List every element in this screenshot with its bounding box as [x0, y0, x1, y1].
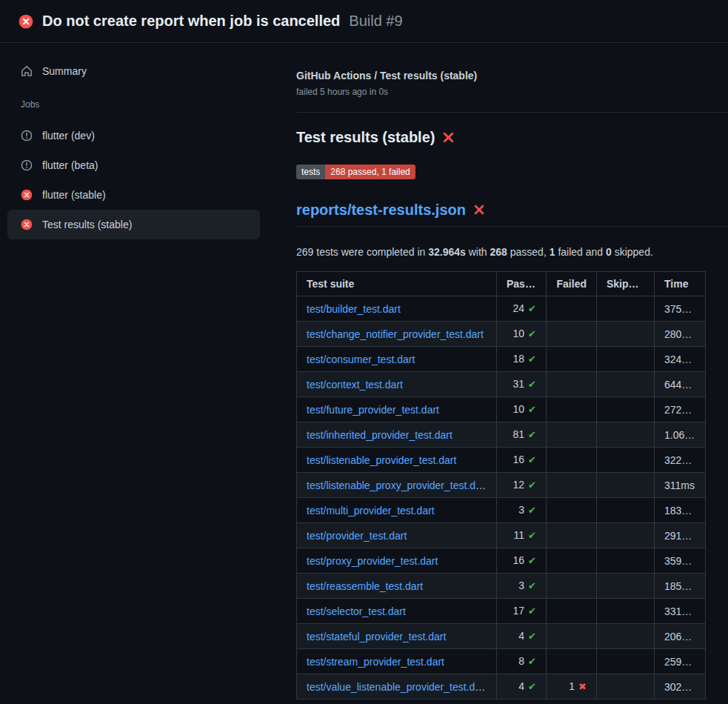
sidebar-item-flutter-dev[interactable]: flutter (dev): [7, 121, 260, 150]
passed-cell: 81✔: [497, 422, 547, 448]
sidebar-item-summary[interactable]: Summary: [7, 56, 260, 86]
job-label: flutter (dev): [42, 130, 95, 142]
table-row: test/change_notifier_provider_test.dart1…: [297, 322, 706, 347]
passed-count: 17: [513, 605, 525, 617]
passed-count: 18: [513, 353, 525, 365]
suite-link[interactable]: test/builder_test.dart: [307, 303, 401, 315]
time-cell: 206ms: [655, 624, 706, 649]
failed-cell: [547, 448, 597, 473]
skipped-cell: [597, 397, 655, 422]
suite-link[interactable]: test/proxy_provider_test.dart: [307, 555, 438, 567]
table-row: test/listenable_provider_test.dart16✔322…: [297, 448, 706, 473]
skipped-cell: [597, 674, 655, 700]
suite-cell: test/selector_test.dart: [297, 599, 497, 624]
passed-cell: 18✔: [497, 347, 547, 372]
skipped-cell: [597, 296, 655, 322]
passed-count: 16: [513, 454, 525, 465]
col-passed: Passed: [497, 272, 547, 296]
suite-cell: test/listenable_provider_test.dart: [297, 448, 497, 473]
table-row: test/future_provider_test.dart10✔272ms: [297, 397, 706, 422]
passed-cell: 4✔: [497, 624, 547, 649]
time-cell: 1.065s: [655, 422, 706, 448]
suite-cell: test/stateful_provider_test.dart: [297, 624, 497, 649]
suite-link[interactable]: test/value_listenable_provider_test.dart: [307, 681, 487, 693]
suite-link[interactable]: test/future_provider_test.dart: [307, 404, 439, 416]
failed-cell: [547, 473, 597, 498]
passed-count: 11: [514, 529, 525, 541]
job-label: Test results (stable): [42, 219, 132, 230]
sidebar-item-flutter-beta[interactable]: flutter (beta): [7, 150, 260, 180]
passed-cell: 31✔: [497, 372, 547, 397]
run-header: Do not create report when job is cancell…: [0, 0, 728, 43]
passed-count: 10: [513, 403, 525, 415]
passed-count: 4: [518, 680, 524, 692]
passed-count: 16: [513, 554, 525, 566]
suite-link[interactable]: test/context_test.dart: [307, 379, 403, 391]
table-row: test/stateful_provider_test.dart4✔206ms: [297, 624, 706, 649]
badge-wrap: tests 268 passed, 1 failed: [296, 165, 728, 179]
neutral-status-icon: [21, 130, 33, 142]
time-cell: 291ms: [655, 523, 706, 548]
check-icon: ✔: [528, 479, 536, 491]
skipped-cell: [597, 372, 655, 397]
col-time: Time: [655, 272, 706, 296]
table-row: test/reassemble_test.dart3✔185ms: [297, 574, 706, 599]
failed-cell: [547, 498, 597, 523]
job-label: flutter (stable): [42, 189, 106, 201]
tests-badge: tests 268 passed, 1 failed: [296, 165, 415, 179]
failed-cell: [547, 574, 597, 599]
check-icon: ✔: [528, 353, 536, 365]
table-row: test/value_listenable_provider_test.dart…: [297, 674, 706, 700]
check-icon: ✔: [528, 328, 536, 339]
report-link[interactable]: reports/test-results.json: [296, 200, 466, 219]
suite-link[interactable]: test/reassemble_test.dart: [307, 580, 423, 592]
suite-cell: test/future_provider_test.dart: [297, 397, 497, 422]
passed-count: 81: [513, 428, 525, 440]
table-row: test/stream_provider_test.dart8✔259ms: [297, 649, 706, 674]
run-build-number: Build #9: [349, 13, 402, 30]
passed-cell: 16✔: [497, 548, 547, 574]
suite-cell: test/value_listenable_provider_test.dart: [297, 674, 497, 700]
passed-cell: 10✔: [497, 397, 547, 422]
suite-link[interactable]: test/provider_test.dart: [307, 530, 407, 542]
passed-count: 3: [518, 580, 524, 591]
skipped-cell: [597, 624, 655, 649]
check-icon: ✔: [528, 656, 536, 667]
run-status-line: failed 5 hours ago in 0s: [296, 86, 728, 98]
summary-text: passed,: [507, 246, 550, 258]
check-icon: ✔: [528, 454, 536, 465]
skipped-cell: [597, 498, 655, 523]
failed-cell: [547, 548, 597, 574]
table-row: test/builder_test.dart24✔375ms: [297, 296, 706, 322]
time-cell: 322ms: [655, 448, 706, 473]
failed-x-icon: [442, 131, 455, 144]
skipped-cell: [597, 448, 655, 473]
suite-link[interactable]: test/selector_test.dart: [307, 605, 406, 617]
failed-cell: [547, 422, 597, 448]
suite-cell: test/provider_test.dart: [297, 523, 497, 548]
failed-x-icon: [473, 204, 485, 216]
divider: [296, 112, 728, 113]
run-failed-icon: [19, 14, 33, 29]
suite-link[interactable]: test/stream_provider_test.dart: [307, 656, 444, 668]
suite-link[interactable]: test/consumer_test.dart: [307, 353, 415, 365]
skipped-cell: [597, 649, 655, 674]
sidebar-item-test-results-stable[interactable]: Test results (stable): [7, 210, 260, 239]
passed-cell: 3✔: [497, 498, 547, 523]
summary-text: failed and: [555, 246, 607, 258]
skipped-cell: [597, 347, 655, 372]
failed-cell: [547, 397, 597, 422]
suite-link[interactable]: test/listenable_proxy_provider_test.dart: [307, 479, 487, 491]
passed-count: 12: [513, 479, 525, 491]
suite-link[interactable]: test/listenable_provider_test.dart: [307, 454, 456, 466]
suite-cell: test/multi_provider_test.dart: [297, 498, 497, 523]
suite-link[interactable]: test/multi_provider_test.dart: [307, 505, 435, 517]
table-row: test/multi_provider_test.dart3✔183ms: [297, 498, 706, 523]
suite-link[interactable]: test/stateful_provider_test.dart: [307, 631, 446, 642]
sidebar-item-flutter-stable[interactable]: flutter (stable): [7, 180, 260, 210]
passed-cell: 11✔: [497, 523, 547, 548]
suite-link[interactable]: test/inherited_provider_test.dart: [307, 429, 453, 441]
failed-cell: 1✖: [547, 674, 597, 700]
suite-cell: test/change_notifier_provider_test.dart: [297, 322, 497, 347]
suite-link[interactable]: test/change_notifier_provider_test.dart: [307, 328, 484, 340]
